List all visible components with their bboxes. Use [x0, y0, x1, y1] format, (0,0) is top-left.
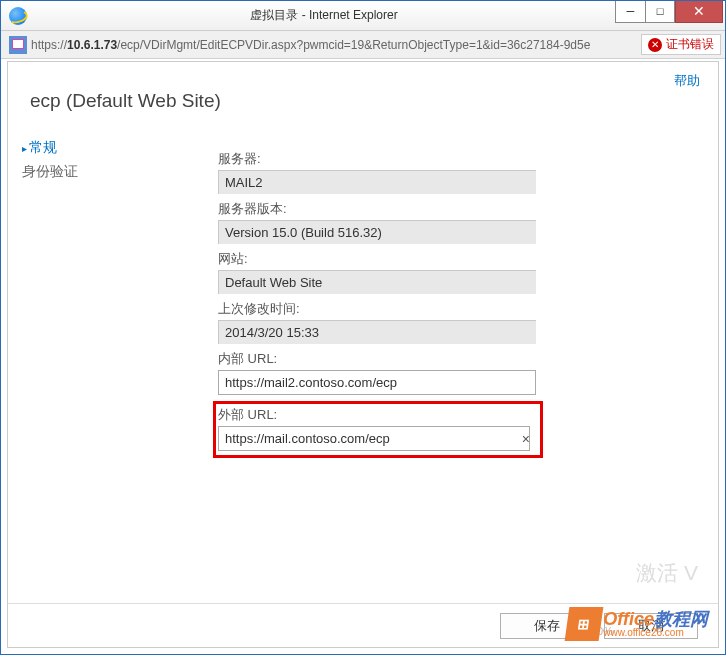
activation-ghost-text: 激活 V [636, 559, 698, 587]
field-website: 网站: Default Web Site [218, 250, 538, 294]
watermark-brand: Office教程网 [603, 610, 708, 628]
error-icon: ✕ [648, 38, 662, 52]
clear-input-icon[interactable]: × [522, 431, 530, 447]
field-modified: 上次修改时间: 2014/3/20 15:33 [218, 300, 538, 344]
field-value: 2014/3/20 15:33 [218, 320, 536, 344]
close-button[interactable]: ✕ [675, 1, 723, 23]
active-arrow-icon: ▸ [22, 143, 27, 154]
external-url-input[interactable] [218, 426, 530, 451]
watermark: ⊞ Office教程网 www.office26.com [567, 607, 708, 641]
field-label: 服务器: [218, 150, 538, 168]
ie-logo-icon [9, 7, 27, 25]
main-form: 服务器: MAIL2 服务器版本: Version 15.0 (Build 51… [218, 150, 538, 458]
sidebar-item-label: 常规 [29, 139, 57, 155]
watermark-logo-icon: ⊞ [565, 607, 604, 641]
help-link[interactable]: 帮助 [674, 72, 700, 90]
content-frame: 帮助 ecp (Default Web Site) ▸常规 身份验证 服务器: … [7, 61, 719, 648]
sidebar-item-general[interactable]: ▸常规 [22, 136, 192, 160]
window-title: 虚拟目录 - Internet Explorer [33, 7, 615, 24]
field-internal-url: 内部 URL: [218, 350, 538, 395]
certificate-error-badge[interactable]: ✕ 证书错误 [641, 34, 721, 55]
page-title: ecp (Default Web Site) [30, 90, 221, 112]
field-label: 内部 URL: [218, 350, 538, 368]
window-controls: ─ □ ✕ [615, 1, 725, 23]
watermark-url: www.office26.com [603, 628, 708, 638]
external-url-highlight: 外部 URL: × [213, 401, 543, 458]
field-external-url: 外部 URL: × [218, 406, 538, 451]
field-label: 网站: [218, 250, 538, 268]
field-label: 外部 URL: [218, 406, 538, 424]
sidebar-item-authentication[interactable]: 身份验证 [22, 160, 192, 184]
field-value: MAIL2 [218, 170, 536, 194]
minimize-button[interactable]: ─ [615, 1, 645, 23]
certificate-error-text: 证书错误 [666, 36, 714, 53]
page-favicon-icon [9, 36, 27, 54]
window-titlebar: 虚拟目录 - Internet Explorer ─ □ ✕ [1, 1, 725, 31]
sidebar-nav: ▸常规 身份验证 [22, 136, 192, 184]
field-label: 服务器版本: [218, 200, 538, 218]
url-field[interactable]: https://10.6.1.73/ecp/VDirMgmt/EditECPVD… [31, 38, 637, 52]
sidebar-item-label: 身份验证 [22, 163, 78, 179]
field-value: Version 15.0 (Build 516.32) [218, 220, 536, 244]
field-label: 上次修改时间: [218, 300, 538, 318]
internal-url-input[interactable] [218, 370, 536, 395]
maximize-button[interactable]: □ [645, 1, 675, 23]
field-server: 服务器: MAIL2 [218, 150, 538, 194]
address-bar: https://10.6.1.73/ecp/VDirMgmt/EditECPVD… [1, 31, 725, 59]
field-server-version: 服务器版本: Version 15.0 (Build 516.32) [218, 200, 538, 244]
field-value: Default Web Site [218, 270, 536, 294]
